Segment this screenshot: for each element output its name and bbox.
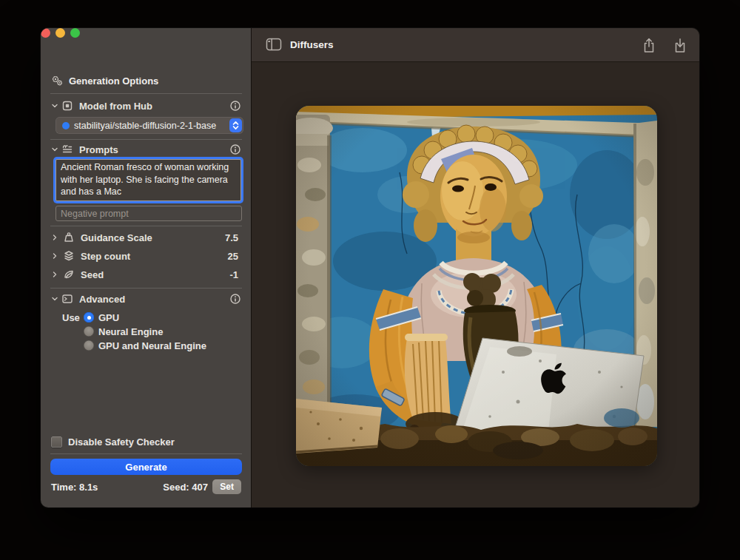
sidebar-title: Generation Options [69,75,158,87]
share-icon[interactable] [642,38,656,53]
app-title: Diffusers [290,39,334,50]
model-select-value: stabilityai/stable-diffusion-2-1-base [74,121,229,131]
chevron-right-icon[interactable] [51,252,58,260]
time-status: Time: 8.1s [51,482,98,493]
radio-gpu-label: GPU [98,312,119,323]
info-icon[interactable] [230,294,240,304]
advanced-section-label: Advanced [79,294,125,305]
chevron-down-icon[interactable] [51,146,58,153]
minimize-window-button[interactable] [56,28,65,38]
model-section-label: Model from Hub [79,101,152,112]
param-value: 25 [228,251,238,262]
radio-neural-engine-label: Neural Engine [98,326,163,337]
radio-neural-engine[interactable] [84,326,94,337]
model-status-dot [62,122,70,129]
fresco-artwork [296,106,657,466]
model-select[interactable]: stabilityai/stable-diffusion-2-1-base [56,117,243,134]
titlebar: Diffusers [252,28,699,62]
disable-safety-checker-checkbox[interactable] [51,436,62,448]
param-label: Guidance Scale [81,232,152,243]
negative-prompt-input[interactable] [56,206,242,221]
zoom-window-button[interactable] [70,28,80,38]
gears-icon [51,75,63,87]
chevron-right-icon[interactable] [51,271,58,278]
prompt-input[interactable]: Ancient Roman fresco of woman working wi… [56,159,241,201]
divider [50,93,242,94]
chevron-down-icon[interactable] [51,295,58,303]
param-label: Step count [81,251,130,262]
toggle-sidebar-icon[interactable] [266,38,282,51]
info-icon[interactable] [230,144,240,155]
divider [50,453,242,454]
sidebar: Generation Options Model from Hub stabil… [41,28,252,507]
cube-stack-icon [63,250,75,262]
divider [50,288,242,289]
disable-safety-checker-label: Disable Safety Checker [68,436,175,448]
generate-button[interactable]: Generate [50,459,242,475]
seed-status: Seed: 407 [163,482,208,493]
divider [50,139,242,140]
info-icon[interactable] [230,101,240,111]
cpu-icon [61,100,73,112]
use-label: Use [62,312,80,323]
traffic-lights [41,28,251,38]
radio-gpu-and-neural-engine-label: GPU and Neural Engine [98,340,206,351]
param-label: Seed [81,269,104,280]
select-stepper-icon [229,118,242,132]
chevron-down-icon[interactable] [51,102,58,109]
radio-gpu[interactable] [84,312,94,323]
set-seed-button[interactable]: Set [212,479,241,494]
divider [50,226,242,226]
text-quote-icon [61,144,73,155]
app-window: Generation Options Model from Hub stabil… [41,28,699,507]
param-value: -1 [229,269,238,280]
param-value: 7.5 [225,232,238,243]
prompts-section-label: Prompts [79,144,118,155]
close-window-button[interactable] [41,28,50,38]
generated-image [296,106,657,466]
main-area: Diffusers [252,28,699,507]
scale-weight-icon [63,232,75,243]
radio-gpu-and-neural-engine[interactable] [84,340,94,351]
chevron-right-icon[interactable] [51,234,58,241]
save-image-icon[interactable] [673,38,687,53]
terminal-icon [61,293,73,305]
leaf-icon [63,269,75,280]
